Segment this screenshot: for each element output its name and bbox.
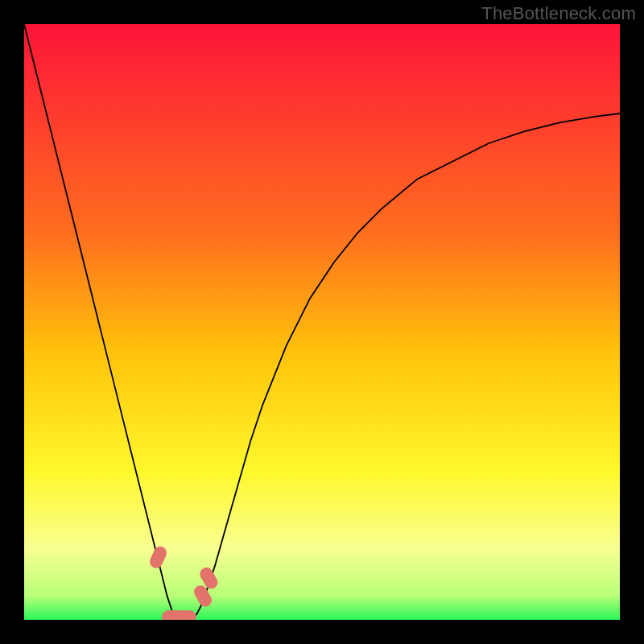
data-marker bbox=[174, 610, 196, 620]
chart-frame: TheBottleneck.com bbox=[0, 0, 644, 644]
svg-rect-2 bbox=[174, 610, 196, 620]
chart-svg bbox=[24, 24, 620, 620]
watermark-text: TheBottleneck.com bbox=[481, 3, 636, 24]
chart-background bbox=[24, 24, 620, 620]
